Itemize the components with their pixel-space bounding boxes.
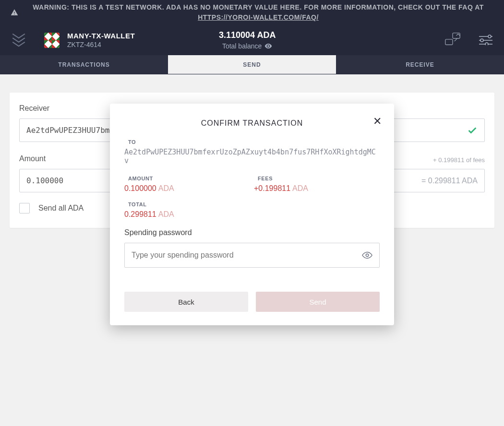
- modal-title: CONFIRM TRANSACTION: [124, 119, 380, 128]
- confirm-transaction-modal: CONFIRM TRANSACTION ✕ TO Ae2tdPwUPEZ3HUU…: [110, 104, 394, 325]
- total-label-modal: TOTAL: [124, 201, 380, 207]
- back-button[interactable]: Back: [124, 292, 248, 312]
- amount-unit: ADA: [158, 184, 174, 192]
- spending-password-input[interactable]: [132, 251, 362, 260]
- eye-icon[interactable]: [362, 250, 372, 260]
- total-value: 0.299811: [124, 210, 156, 218]
- password-label: Spending password: [124, 228, 380, 237]
- to-label: TO: [128, 139, 380, 145]
- to-address: Ae2tdPwUPEZ3HUU7bmfexrUzoZpAZxuyt4b4bn7f…: [124, 148, 380, 165]
- total-unit: ADA: [158, 210, 174, 218]
- fees-unit: ADA: [292, 184, 308, 192]
- close-icon[interactable]: ✕: [373, 115, 382, 128]
- svg-point-8: [366, 254, 369, 257]
- modal-backdrop: CONFIRM TRANSACTION ✕ TO Ae2tdPwUPEZ3HUU…: [0, 0, 504, 426]
- amount-value: 0.100000: [124, 184, 156, 192]
- send-button[interactable]: Send: [256, 292, 380, 312]
- fees-value: +0.199811: [254, 184, 290, 192]
- fees-label-modal: FEES: [254, 176, 360, 181]
- password-input-wrap[interactable]: [124, 243, 380, 268]
- amount-label-modal: AMOUNT: [124, 176, 230, 181]
